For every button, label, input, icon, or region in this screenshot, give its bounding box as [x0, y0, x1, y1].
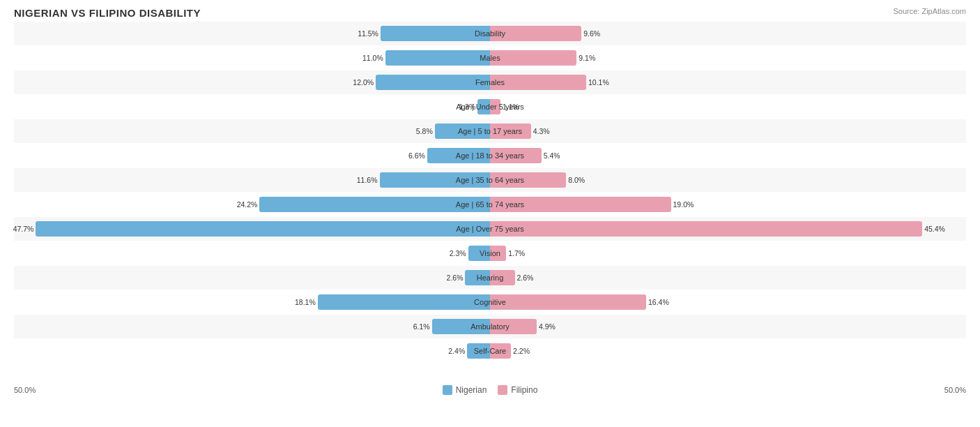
- chart-row: Age | Under 5 years1.3%1.1%: [14, 95, 966, 119]
- filipino-value: 10.1%: [588, 78, 609, 87]
- chart-row: Cognitive18.1%16.4%: [14, 290, 966, 314]
- nigerian-bar: [465, 270, 490, 285]
- chart-row: Disability11.5%9.6%: [14, 22, 966, 45]
- filipino-bar: [490, 319, 537, 334]
- filipino-bar: [490, 148, 542, 163]
- filipino-bar: [490, 26, 581, 41]
- filipino-color-swatch: [498, 385, 507, 395]
- nigerian-value: 2.3%: [450, 249, 466, 257]
- chart-row: Age | 65 to 74 years24.2%19.0%: [14, 193, 966, 216]
- filipino-value: 1.7%: [508, 249, 525, 257]
- filipino-bar: [490, 99, 500, 114]
- nigerian-value: 18.1%: [295, 298, 316, 306]
- nigerian-bar: [318, 294, 490, 310]
- chart-row: Ambulatory6.1%4.9%: [14, 315, 966, 338]
- nigerian-value: 5.8%: [416, 127, 433, 135]
- legend: Nigerian Filipino: [42, 385, 938, 395]
- chart-row: Age | Over 75 years47.7%45.4%: [14, 217, 966, 241]
- chart-area: Disability11.5%9.6%Males11.0%9.1%Females…: [14, 22, 966, 382]
- filipino-bar: [490, 246, 506, 261]
- nigerian-bar: [477, 99, 490, 114]
- source-label: Source: ZipAtlas.com: [893, 7, 966, 15]
- nigerian-value: 6.6%: [408, 151, 425, 160]
- nigerian-value: 11.6%: [357, 176, 378, 184]
- chart-row: Age | 5 to 17 years5.8%4.3%: [14, 119, 966, 143]
- axis-right-label: 50.0%: [938, 386, 966, 394]
- filipino-bar: [490, 294, 646, 310]
- legend-filipino: Filipino: [498, 385, 537, 395]
- filipino-value: 19.0%: [673, 200, 694, 209]
- nigerian-value: 6.1%: [413, 322, 430, 331]
- nigerian-value: 11.5%: [358, 29, 378, 38]
- nigerian-color-swatch: [443, 385, 452, 395]
- filipino-value: 4.9%: [539, 322, 556, 331]
- chart-row: Hearing2.6%2.6%: [14, 266, 966, 290]
- filipino-value: 5.4%: [544, 151, 560, 160]
- filipino-value: 16.4%: [648, 298, 669, 306]
- filipino-bar: [490, 197, 671, 212]
- nigerian-bar: [467, 343, 490, 359]
- chart-row: Vision2.3%1.7%: [14, 241, 966, 265]
- nigerian-bar: [36, 221, 490, 237]
- chart-row: Self-Care2.4%2.2%: [14, 339, 966, 363]
- chart-container: NIGERIAN VS FILIPINO DISABILITY Source: …: [0, 0, 980, 427]
- chart-title: NIGERIAN VS FILIPINO DISABILITY: [14, 7, 966, 19]
- chart-row: Age | 35 to 64 years11.6%8.0%: [14, 168, 966, 192]
- filipino-value: 8.0%: [568, 176, 585, 184]
- nigerian-bar: [259, 197, 490, 212]
- filipino-value: 9.1%: [579, 54, 595, 62]
- filipino-value: 2.2%: [513, 347, 530, 355]
- nigerian-value: 24.2%: [237, 200, 258, 209]
- filipino-value: 2.6%: [517, 274, 534, 282]
- nigerian-bar: [381, 26, 490, 41]
- filipino-value: 4.3%: [533, 127, 550, 135]
- nigerian-bar: [468, 246, 490, 261]
- filipino-bar: [490, 270, 515, 285]
- filipino-value: 45.4%: [924, 225, 945, 233]
- nigerian-label: Nigerian: [456, 385, 487, 395]
- filipino-bar: [490, 221, 922, 237]
- filipino-bar: [490, 343, 511, 359]
- nigerian-bar: [385, 50, 490, 66]
- nigerian-bar: [427, 148, 490, 163]
- filipino-value: 1.1%: [503, 103, 519, 111]
- filipino-value: 9.6%: [583, 29, 600, 38]
- nigerian-value: 2.4%: [448, 347, 465, 355]
- filipino-bar: [490, 123, 531, 139]
- legend-nigerian: Nigerian: [443, 385, 487, 395]
- chart-footer: 50.0% Nigerian Filipino 50.0%: [14, 382, 966, 395]
- chart-row: Males11.0%9.1%: [14, 46, 966, 70]
- nigerian-bar: [380, 172, 490, 188]
- nigerian-bar: [435, 123, 490, 139]
- filipino-bar: [490, 50, 576, 66]
- nigerian-value: 11.0%: [362, 54, 383, 62]
- chart-row: Age | 18 to 34 years6.6%5.4%: [14, 144, 966, 167]
- filipino-bar: [490, 75, 586, 90]
- filipino-label: Filipino: [511, 385, 537, 395]
- nigerian-bar: [432, 319, 490, 334]
- filipino-bar: [490, 172, 566, 188]
- nigerian-bar: [376, 75, 490, 90]
- chart-row: Females12.0%10.1%: [14, 70, 966, 94]
- axis-left-label: 50.0%: [14, 386, 42, 394]
- nigerian-value: 12.0%: [353, 78, 374, 87]
- nigerian-value: 1.3%: [459, 103, 475, 111]
- nigerian-value: 47.7%: [13, 225, 34, 233]
- nigerian-value: 2.6%: [447, 274, 464, 282]
